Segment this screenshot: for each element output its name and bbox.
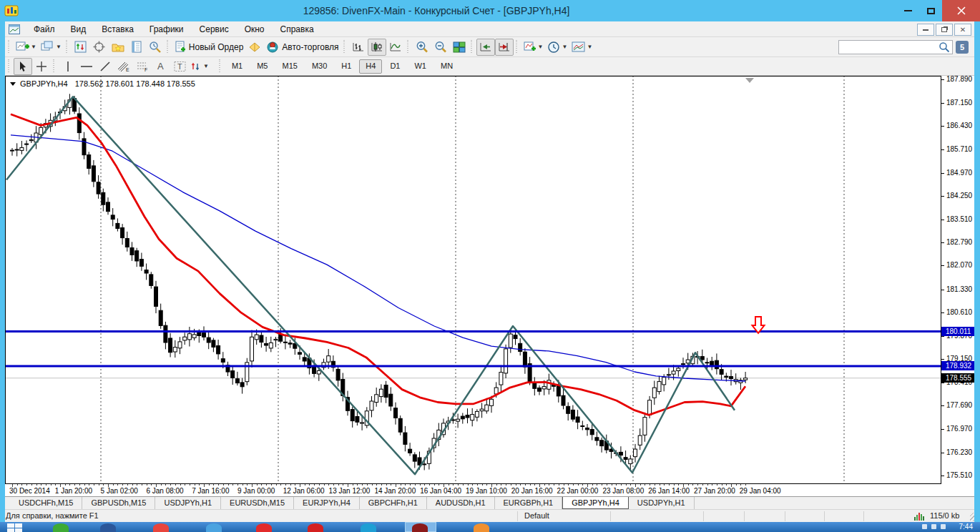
menu-Файл[interactable]: Файл — [26, 22, 63, 36]
close-button[interactable] — [942, 0, 980, 21]
taskbar-green-store-app[interactable] — [53, 523, 69, 532]
taskbar-clock[interactable]: 7:44 — [959, 523, 973, 531]
mdi-restore-button[interactable] — [936, 24, 953, 36]
tab-EURJPYh-H4[interactable]: EURJPYh,H4 — [294, 497, 360, 509]
time-tick-mark — [578, 484, 579, 486]
text-label-tool-button[interactable]: T — [170, 58, 189, 75]
menu-Окно[interactable]: Окно — [237, 22, 273, 36]
tab-EURUSDh-M15[interactable]: EURUSDh,M15 — [221, 497, 294, 509]
toolbar-grip[interactable] — [166, 40, 170, 54]
timeframe-H4[interactable]: H4 — [359, 59, 382, 74]
strategy-tester-button[interactable] — [146, 39, 165, 56]
taskbar-blue-docs-app[interactable] — [100, 523, 116, 532]
new-chart-button[interactable]: ▼ — [14, 39, 39, 56]
navigator-button[interactable] — [109, 39, 127, 56]
bar-chart-mode-button[interactable] — [349, 39, 368, 56]
mdi-minimize-button[interactable] — [917, 24, 934, 36]
crosshair-tool-button[interactable] — [32, 58, 51, 75]
text-tool-button[interactable]: A — [152, 58, 170, 75]
line-chart-mode-button[interactable] — [386, 39, 405, 56]
timeframe-W1[interactable]: W1 — [408, 59, 433, 74]
tab-EURGBPh-H1[interactable]: EURGBPh,H1 — [495, 497, 563, 509]
timeframe-H1[interactable]: H1 — [335, 59, 358, 74]
tab-GBPJPYh-H4[interactable]: GBPJPYh,H4 — [562, 497, 629, 509]
fibonacci-tool-button[interactable]: F — [133, 58, 152, 75]
horizontal-line-tool-button[interactable] — [77, 58, 96, 75]
zoom-in-button[interactable] — [413, 39, 431, 56]
toolbar-grip[interactable] — [218, 59, 222, 74]
price-tick-mark — [941, 242, 944, 243]
toolbar-grip[interactable] — [343, 40, 346, 54]
tab-GBPUSDh-M15[interactable]: GBPUSDh,M15 — [82, 497, 155, 509]
timeframe-M1[interactable]: M1 — [225, 59, 249, 74]
candle-chart-mode-button[interactable] — [368, 39, 386, 56]
taskbar-windows-start[interactable] — [7, 523, 24, 532]
timeframe-M15[interactable]: M15 — [275, 59, 303, 74]
taskbar-blue-e-app[interactable] — [361, 523, 376, 532]
tab-GBPCHFh-H1[interactable]: GBPCHFh,H1 — [360, 497, 427, 509]
tile-windows-button[interactable] — [450, 39, 469, 56]
periods-button[interactable]: ▼ — [545, 39, 569, 56]
metaeditor-button[interactable] — [245, 39, 264, 56]
toolbar-grip[interactable] — [515, 40, 519, 54]
profiles-button[interactable]: ▼ — [39, 39, 64, 56]
chart-canvas[interactable]: GBPJPYh,H4 178.562 178.601 178.448 178.5… — [5, 76, 974, 496]
search-icon[interactable] — [939, 41, 950, 53]
status-profile-text[interactable]: Default — [524, 511, 549, 520]
taskbar-orange-circle-app[interactable] — [474, 523, 489, 532]
tab-USDJPYh-H1[interactable]: USDJPYh,H1 — [629, 497, 695, 509]
mdi-close-button[interactable]: ✕ — [954, 24, 971, 36]
indicators-button[interactable]: ▼ — [521, 39, 546, 56]
zoom-out-button[interactable] — [431, 39, 450, 56]
notifications-badge[interactable]: 5 — [956, 41, 969, 54]
arrows-tool-button[interactable]: ▼ — [189, 58, 211, 75]
autotrade-button[interactable]: Авто-торговля — [264, 39, 340, 56]
menu-Вид[interactable]: Вид — [63, 22, 94, 36]
price-chart-plot[interactable] — [5, 76, 941, 484]
new-order-button[interactable]: Новый Ордер — [172, 39, 245, 56]
collapse-ohlc-icon[interactable] — [10, 82, 16, 86]
menu-Графики[interactable]: Графики — [142, 22, 192, 36]
terminal-button[interactable] — [127, 39, 146, 56]
menu-Справка[interactable]: Справка — [273, 22, 322, 36]
taskbar-chrome-browser[interactable] — [153, 523, 169, 532]
toolbar-grip[interactable] — [7, 59, 11, 74]
timeframe-M30[interactable]: M30 — [305, 59, 333, 74]
tab-USDJPYh-H1[interactable]: USDJPYh,H1 — [155, 497, 221, 509]
timeframe-MN[interactable]: MN — [434, 59, 459, 74]
timeframe-M5[interactable]: M5 — [250, 59, 274, 74]
taskbar-blue-drive-app[interactable] — [206, 523, 222, 532]
chart-symbol-label[interactable]: GBPJPYh,H4 178.562 178.601 178.448 178.5… — [10, 79, 195, 88]
toolbar-grip[interactable] — [470, 40, 474, 54]
equidistant-channel-icon: E — [117, 61, 130, 72]
trendline-tool-button[interactable] — [96, 58, 114, 75]
templates-button[interactable]: ▼ — [569, 39, 594, 56]
timeframe-D1[interactable]: D1 — [383, 59, 406, 74]
autoscroll-button[interactable] — [476, 39, 495, 56]
toolbar-grip[interactable] — [406, 40, 410, 54]
time-tick-mark — [602, 484, 602, 486]
tab-USDCHFh-M15[interactable]: USDCHFh,M15 — [10, 497, 82, 509]
search-input[interactable] — [838, 40, 953, 54]
data-window-button[interactable] — [90, 39, 109, 56]
toolbar-grip[interactable] — [65, 40, 69, 54]
price-axis[interactable]: 187.890187.150186.430185.710184.970184.2… — [941, 76, 974, 484]
taskbar-dark-red-circle-app[interactable] — [412, 523, 428, 532]
menu-Сервис[interactable]: Сервис — [192, 22, 237, 36]
toolbar-grip[interactable] — [7, 40, 11, 54]
minimize-button[interactable] — [896, 0, 919, 21]
maximize-button[interactable] — [919, 0, 942, 21]
vertical-line-tool-button[interactable] — [59, 58, 77, 75]
taskbar-yandex-browser[interactable] — [308, 523, 323, 532]
tray-icons[interactable] — [922, 524, 946, 529]
chart-shift-button[interactable] — [495, 39, 514, 56]
taskbar-red-a-app[interactable] — [256, 523, 272, 532]
cursor-tool-button[interactable] — [14, 58, 32, 75]
tab-AUDUSDh-H1[interactable]: AUDUSDh,H1 — [427, 497, 495, 509]
channel-tool-button[interactable]: E — [114, 58, 133, 75]
menu-Вставка[interactable]: Вставка — [94, 22, 142, 36]
time-axis[interactable]: 30 Dec 20141 Jan 20:005 Jan 02:006 Jan 0… — [5, 484, 941, 496]
toolbar-grip[interactable] — [52, 59, 56, 74]
time-tick-mark — [280, 484, 281, 486]
market-watch-button[interactable] — [72, 39, 90, 56]
